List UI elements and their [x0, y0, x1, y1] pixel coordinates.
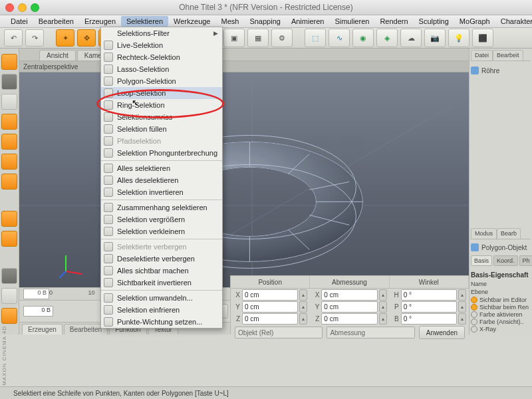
attr-farbe-aktivieren[interactable]: Farbe aktivieren [471, 311, 531, 318]
spinner-icon[interactable]: ▴ [299, 301, 307, 313]
undo-button[interactable]: ↶ [4, 29, 23, 47]
radio-icon[interactable] [471, 297, 477, 303]
subtab-phong[interactable]: Ph [519, 255, 532, 266]
dim-mode-select[interactable]: Abmessung [327, 327, 414, 338]
menu-item-lasso-selektion[interactable]: Lasso-Selektion [101, 63, 222, 75]
ang-Y-input[interactable]: 0 ° [401, 301, 457, 313]
menu-item-ring-selektion[interactable]: Ring-Selektion [101, 99, 222, 111]
menu-animieren[interactable]: Animieren [286, 16, 330, 27]
ang-Z-input[interactable]: 0 ° [401, 313, 457, 325]
menu-charakter[interactable]: Charakter [495, 16, 532, 27]
subtab-basis[interactable]: Basis [471, 255, 492, 266]
attr-farbe-ansicht-[interactable]: Farbe (Ansicht).. [471, 319, 531, 325]
menu-item-sichtbarkeit-invertieren[interactable]: Sichtbarkeit invertieren [101, 277, 222, 289]
make-editable-button[interactable] [1, 54, 17, 70]
move-button[interactable]: ✥ [77, 29, 96, 47]
viewport-solo-button[interactable] [1, 268, 17, 284]
dim-Z-input[interactable]: 0 cm [321, 313, 377, 325]
current-frame-field[interactable]: 0 B [23, 306, 53, 317]
pos-Y-input[interactable]: 0 cm [242, 301, 298, 313]
dim-X-input[interactable]: 0 cm [321, 289, 377, 301]
tab-view[interactable]: Ansicht [39, 50, 76, 61]
add-light-button[interactable]: 💡 [448, 29, 469, 47]
am-tab-edit[interactable]: Bearb [497, 228, 521, 239]
menu-datei[interactable]: Datei [5, 16, 33, 27]
spinner-icon[interactable]: ▴ [458, 301, 466, 313]
om-tab-edit[interactable]: Bearbeit [493, 50, 523, 61]
menu-item-selektionsumriss[interactable]: Selektionsumriss [101, 111, 222, 123]
object-name[interactable]: Röhre [481, 67, 499, 74]
menu-simulieren[interactable]: Simulieren [329, 16, 374, 27]
menu-item-selektion-umwandeln-[interactable]: Selektion umwandeln... [101, 292, 222, 304]
live-select-button[interactable]: ✦ [56, 29, 74, 47]
snap-settings-button[interactable] [1, 308, 17, 324]
spinner-icon[interactable]: ▴ [458, 313, 466, 325]
menu-erzeugen[interactable]: Erzeugen [79, 16, 121, 27]
menu-item-selektion-phongunterbrechung[interactable]: Selektion Phongunterbrechung [101, 147, 222, 159]
menu-item-polygon-selektion[interactable]: Polygon-Selektion [101, 75, 222, 87]
dim-Y-input[interactable]: 0 cm [321, 301, 377, 313]
magnet-button[interactable] [1, 231, 17, 247]
spinner-icon[interactable]: ▴ [379, 313, 387, 325]
add-deformer-button[interactable]: ◈ [376, 29, 398, 47]
radio-icon[interactable] [471, 326, 477, 332]
radio-icon[interactable] [471, 311, 477, 318]
add-spline-button[interactable]: ∿ [329, 29, 350, 47]
attr-sichtbar-im-editor[interactable]: Sichtbar im Editor [471, 297, 531, 303]
menu-item-selektion-einfrieren[interactable]: Selektion einfrieren [101, 304, 222, 316]
minimize-icon[interactable] [18, 3, 27, 12]
menu-mesh[interactable]: Mesh [215, 16, 244, 27]
spinner-icon[interactable]: ▴ [379, 289, 387, 301]
menu-bearbeiten[interactable]: Bearbeiten [33, 16, 79, 27]
add-camera-button[interactable]: 📷 [424, 29, 446, 47]
om-tab-file[interactable]: Datei [471, 50, 493, 61]
pos-X-input[interactable]: 0 cm [242, 289, 298, 301]
select-menu-dropdown[interactable]: Selektions-Filter▶Live-SelektionRechteck… [100, 27, 223, 329]
model-mode-button[interactable] [1, 74, 17, 90]
menu-selektieren[interactable]: Selektieren [121, 16, 168, 27]
zoom-icon[interactable] [31, 3, 39, 12]
spinner-icon[interactable]: ▴ [458, 289, 466, 301]
menu-item-loop-selektion[interactable]: Loop-Selektion [101, 87, 222, 99]
attr-x-ray[interactable]: X-Ray [471, 326, 531, 332]
menu-item-punkte-wichtung-setzen-[interactable]: Punkte-Wichtung setzen... [101, 316, 222, 328]
tab-create[interactable]: Erzeugen [22, 324, 63, 334]
start-frame-field[interactable]: 0 B [23, 289, 49, 299]
spinner-icon[interactable]: ▴ [379, 301, 387, 313]
workplane-button[interactable] [1, 114, 17, 130]
polygon-mode-button[interactable] [1, 174, 17, 190]
menu-item-alles-selektieren[interactable]: Alles selektieren [101, 162, 222, 174]
menu-rendern[interactable]: Rendern [374, 16, 413, 27]
add-scene-button[interactable]: ⬛ [472, 29, 493, 47]
am-tab-mode[interactable]: Modus [471, 228, 497, 239]
close-icon[interactable] [5, 3, 14, 12]
menu-item-selektion-vergr-ern[interactable]: Selektion vergrößern [101, 213, 222, 225]
menu-item-selektions-filter[interactable]: Selektions-Filter▶ [101, 27, 222, 39]
add-primitive-button[interactable]: ⬚ [305, 29, 326, 47]
ang-X-input[interactable]: 0 ° [401, 289, 457, 301]
pos-Z-input[interactable]: 0 cm [242, 313, 298, 325]
menu-item-selektion-f-llen[interactable]: Selektion füllen [101, 123, 222, 135]
menu-item-rechteck-selektion[interactable]: Rechteck-Selektion [101, 51, 222, 63]
menu-sculpting[interactable]: Sculpting [414, 16, 454, 27]
texture-mode-button[interactable] [1, 94, 17, 110]
add-environment-button[interactable]: ☁ [400, 29, 422, 47]
menu-werkzeuge[interactable]: Werkzeuge [168, 16, 215, 27]
add-generator-button[interactable]: ◉ [352, 29, 374, 47]
menu-item-alles-deselektieren[interactable]: Alles deselektieren [101, 174, 222, 186]
menu-item-selektion-invertieren[interactable]: Selektion invertieren [101, 186, 222, 198]
point-mode-button[interactable] [1, 134, 17, 150]
redo-button[interactable]: ↷ [25, 29, 44, 47]
spinner-icon[interactable]: ▴ [299, 313, 307, 325]
spinner-icon[interactable]: ▴ [299, 289, 307, 301]
menu-item-live-selektion[interactable]: Live-Selektion [101, 39, 222, 51]
render-region-button[interactable]: ▦ [247, 29, 269, 47]
menu-item-selektion-verkleinern[interactable]: Selektion verkleinern [101, 225, 222, 237]
render-settings-button[interactable]: ⚙ [271, 29, 293, 47]
menu-mograph[interactable]: MoGraph [454, 16, 495, 27]
coord-mode-select[interactable]: Objekt (Rel) [235, 327, 323, 338]
axis-lock-button[interactable] [1, 211, 17, 227]
menu-item-deselektierte-verbergen[interactable]: Deselektierte verbergen [101, 253, 222, 265]
apply-button[interactable]: Anwenden [419, 326, 465, 339]
radio-icon[interactable] [471, 319, 477, 325]
